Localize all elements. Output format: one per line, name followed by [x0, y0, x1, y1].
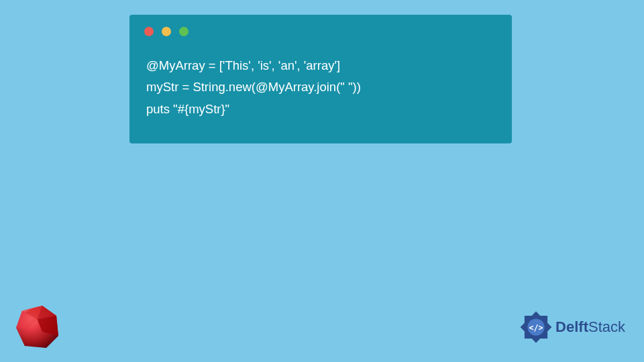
- code-line-2: myStr = String.new(@MyArray.join(" ")): [146, 80, 361, 94]
- delftstack-name: DelftStack: [555, 318, 625, 336]
- code-line-3: puts "#{myStr}": [146, 102, 229, 116]
- code-line-1: @MyArray = ['This', 'is', 'an', 'array']: [146, 58, 340, 72]
- code-content: @MyArray = ['This', 'is', 'an', 'array']…: [129, 43, 512, 123]
- ruby-logo-icon: [12, 302, 62, 352]
- delftstack-badge-icon: </>: [518, 309, 554, 345]
- brand-name-light: Stack: [588, 318, 625, 335]
- window-maximize-dot: [179, 27, 189, 36]
- delftstack-brand: </> DelftStack: [518, 309, 625, 345]
- code-window: @MyArray = ['This', 'is', 'an', 'array']…: [129, 15, 512, 143]
- window-minimize-dot: [162, 27, 171, 36]
- window-controls: [129, 15, 512, 43]
- window-close-dot: [144, 27, 154, 36]
- svg-text:</>: </>: [529, 323, 543, 333]
- brand-name-bold: Delft: [555, 318, 588, 335]
